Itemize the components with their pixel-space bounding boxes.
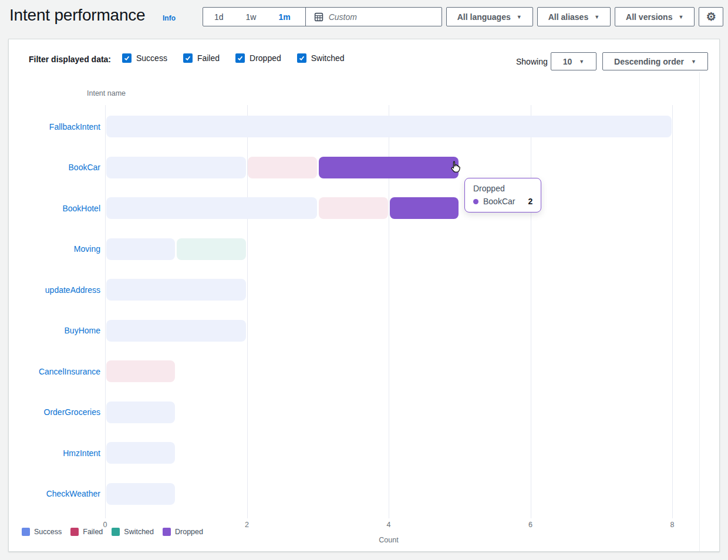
bar-segment-switched-moving[interactable] (177, 238, 246, 260)
gear-icon: ⚙ (706, 10, 716, 23)
custom-date-input[interactable]: Custom (306, 12, 441, 22)
time-range-1m[interactable]: 1m (267, 12, 301, 22)
sort-order-value: Descending order (614, 57, 684, 66)
checkbox-checked-icon (183, 53, 193, 63)
intent-label-fallbackintent[interactable]: FallbackIntent (9, 116, 100, 137)
intent-label-bookhotel[interactable]: BookHotel (9, 197, 100, 219)
hand-cursor-icon (448, 160, 462, 174)
bar-segment-failed-bookcar[interactable] (248, 157, 317, 178)
x-tick-mark (531, 515, 531, 518)
intent-label-buyhome[interactable]: BuyHome (9, 320, 100, 342)
x-tick-label: 8 (658, 521, 686, 529)
checkbox-label: Dropped (250, 53, 281, 63)
all-versions-label: All versions (626, 12, 672, 22)
bar-segment-dropped-bookhotel[interactable] (390, 197, 459, 219)
checkbox-checked-icon (122, 53, 132, 63)
bar-segment-success-checkweather[interactable] (106, 483, 176, 505)
intent-label-moving[interactable]: Moving (9, 238, 100, 260)
checkbox-checked-icon (297, 53, 306, 63)
time-range-1d[interactable]: 1d (203, 12, 235, 22)
all-languages-dropdown[interactable]: All languages ▼ (446, 7, 533, 26)
bar-segment-failed-cancelinsurance[interactable] (106, 360, 176, 382)
chevron-down-icon: ▼ (678, 14, 683, 20)
legend-item-switched[interactable]: Switched (112, 528, 154, 536)
bar-segment-success-buyhome[interactable] (106, 320, 247, 342)
y-axis-title: Intent name (87, 89, 126, 97)
bar-segment-success-ordergroceries[interactable] (106, 402, 176, 423)
chart-legend: SuccessFailedSwitchedDropped (22, 528, 203, 536)
page-title: Intent performance (9, 6, 145, 25)
settings-button[interactable]: ⚙ (699, 7, 723, 26)
legend-swatch (112, 528, 120, 536)
intent-label-updateaddress[interactable]: updateAddress (9, 279, 100, 301)
time-range-control: 1d 1w 1m Custom (203, 7, 442, 26)
legend-item-success[interactable]: Success (22, 528, 62, 536)
checkbox-label: Switched (311, 53, 345, 63)
legend-item-dropped[interactable]: Dropped (163, 528, 203, 536)
x-tick-label: 6 (517, 521, 545, 529)
x-tick-mark (389, 515, 389, 518)
legend-item-failed[interactable]: Failed (70, 528, 103, 536)
gridline (105, 105, 106, 515)
all-versions-dropdown[interactable]: All versions ▼ (615, 7, 695, 26)
bar-segment-success-fallbackintent[interactable] (106, 116, 672, 137)
chart-tooltip: Dropped BookCar 2 (464, 178, 541, 212)
tooltip-item-value: 2 (528, 197, 532, 206)
intent-label-checkweather[interactable]: CheckWeather (9, 483, 100, 505)
calendar-grid-icon (314, 12, 323, 22)
legend-swatch (22, 528, 30, 536)
scrollbar-track[interactable] (699, 72, 700, 551)
bar-segment-success-hmzintent[interactable] (106, 442, 176, 464)
checkbox-success[interactable]: Success (122, 53, 167, 63)
tooltip-series-dot (473, 199, 478, 204)
intent-label-bookcar[interactable]: BookCar (9, 157, 100, 178)
all-aliases-dropdown[interactable]: All aliases ▼ (537, 7, 611, 26)
tooltip-item-label: BookCar (483, 197, 515, 206)
intent-performance-chart: Count 02468 (105, 105, 672, 557)
checkbox-checked-icon (235, 53, 245, 63)
showing-count-select[interactable]: 10 ▼ (551, 52, 596, 70)
intent-label-hmzintent[interactable]: HmzIntent (9, 442, 100, 464)
bar-segment-success-bookhotel[interactable] (106, 197, 317, 219)
legend-swatch (163, 528, 171, 536)
info-link[interactable]: Info (163, 14, 176, 22)
bar-segment-success-updateaddress[interactable] (106, 279, 247, 301)
legend-label: Success (34, 528, 62, 536)
chart-plot-area (105, 105, 672, 515)
bar-segment-dropped-bookcar[interactable] (319, 157, 459, 178)
x-tick-mark (672, 515, 673, 518)
chevron-down-icon: ▼ (579, 59, 584, 65)
bar-segment-success-bookcar[interactable] (106, 157, 247, 178)
x-tick-mark (105, 515, 106, 518)
intent-performance-panel: Filter displayed data: SuccessFailedDrop… (8, 39, 720, 552)
chevron-down-icon: ▼ (594, 14, 599, 20)
page-header: Intent performance Info 1d 1w 1m Custom … (0, 0, 728, 36)
gridline (672, 105, 673, 515)
showing-label: Showing (516, 57, 548, 66)
all-languages-label: All languages (457, 12, 511, 22)
checkbox-dropped[interactable]: Dropped (235, 53, 281, 63)
legend-label: Switched (124, 528, 154, 536)
x-tick-label: 2 (233, 521, 261, 529)
x-tick-label: 4 (375, 521, 403, 529)
filter-checkboxes: SuccessFailedDroppedSwitched (122, 53, 345, 63)
x-tick-mark (247, 515, 248, 518)
chevron-down-icon: ▼ (517, 14, 522, 20)
checkbox-switched[interactable]: Switched (297, 53, 345, 63)
intent-label-cancelinsurance[interactable]: CancelInsurance (9, 360, 100, 382)
filter-displayed-data-label: Filter displayed data: (29, 55, 111, 64)
bar-segment-success-moving[interactable] (106, 238, 176, 260)
showing-count-value: 10 (563, 57, 572, 66)
checkbox-failed[interactable]: Failed (183, 53, 220, 63)
time-range-1w[interactable]: 1w (235, 12, 268, 22)
chevron-down-icon: ▼ (691, 59, 696, 65)
intent-label-ordergroceries[interactable]: OrderGroceries (9, 402, 100, 423)
sort-order-select[interactable]: Descending order ▼ (602, 52, 708, 70)
all-aliases-label: All aliases (548, 12, 589, 22)
custom-date-placeholder: Custom (329, 12, 357, 22)
x-axis-title: Count (371, 536, 406, 544)
bar-segment-failed-bookhotel[interactable] (319, 197, 388, 219)
header-controls: 1d 1w 1m Custom All languages ▼ All alia… (203, 7, 723, 26)
legend-label: Failed (83, 528, 103, 536)
gridline (531, 105, 531, 515)
